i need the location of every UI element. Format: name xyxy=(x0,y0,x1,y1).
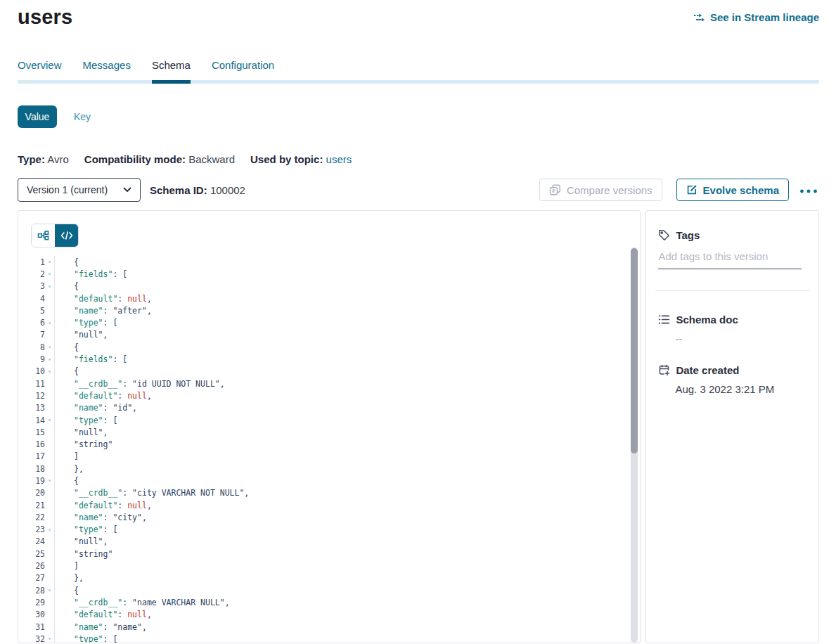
tab-messages[interactable]: Messages xyxy=(83,59,131,84)
line-number: 17 xyxy=(18,451,45,461)
stream-lineage-link[interactable]: See in Stream lineage xyxy=(693,11,819,23)
list-icon xyxy=(658,314,670,325)
line-number: 21 xyxy=(18,501,45,510)
code-text: { xyxy=(54,475,79,487)
code-line: 17 ] xyxy=(18,451,640,463)
schema-id-label: Schema ID: xyxy=(150,184,207,196)
value-tab-button[interactable]: Value xyxy=(18,105,57,128)
fold-toggle-icon[interactable]: ▾ xyxy=(45,259,54,265)
fold-toggle-icon[interactable]: ▾ xyxy=(45,636,54,642)
code-text: "name": "id", xyxy=(54,402,137,414)
schema-meta-row: Type: Avro Compatibility mode: Backward … xyxy=(18,153,819,165)
line-number: 6 xyxy=(18,318,45,328)
tab-schema[interactable]: Schema xyxy=(152,59,191,84)
fold-toggle-icon[interactable]: ▾ xyxy=(45,344,54,350)
code-text: { xyxy=(54,584,79,596)
add-tags-input[interactable] xyxy=(658,250,801,269)
line-number: 1 xyxy=(18,257,45,267)
line-number: 8 xyxy=(18,342,45,352)
code-text: { xyxy=(54,366,79,378)
line-number: 27 xyxy=(18,573,45,583)
code-text: { xyxy=(54,341,79,353)
schema-page: users See in Stream lineage OverviewMess… xyxy=(0,6,836,644)
fold-toggle-icon[interactable]: ▾ xyxy=(45,587,54,593)
more-actions-button[interactable] xyxy=(798,182,819,198)
code-text: "__crdb__": "name VARCHAR NULL", xyxy=(54,596,230,608)
code-line: 20 "__crdb__": "city VARCHAR NOT NULL", xyxy=(18,487,640,499)
code-text: "type": [ xyxy=(54,524,117,536)
evolve-schema-label: Evolve schema xyxy=(703,184,779,196)
code-text: { xyxy=(54,281,79,292)
schema-id-field: Schema ID: 100002 xyxy=(150,184,245,196)
code-line: 2▾ "fields": [ xyxy=(18,268,640,280)
compare-versions-button[interactable]: Compare versions xyxy=(539,179,662,201)
line-number: 11 xyxy=(18,379,45,389)
code-scrollbar-thumb[interactable] xyxy=(631,248,638,453)
line-number: 14 xyxy=(18,416,45,425)
code-line: 12 "default": null, xyxy=(18,389,640,401)
line-number: 19 xyxy=(18,476,45,486)
line-number: 3 xyxy=(18,281,45,291)
line-number: 30 xyxy=(18,610,45,619)
schema-doc-value: -- xyxy=(675,333,807,344)
type-value: Avro xyxy=(47,153,69,165)
line-number: 16 xyxy=(18,439,45,449)
version-actions: Compare versions Evolve schema xyxy=(539,179,819,201)
line-number: 7 xyxy=(18,330,45,340)
tags-title: Tags xyxy=(676,229,700,241)
version-select-value: Version 1 (current) xyxy=(27,184,108,195)
compatibility-field: Compatibility mode: Backward xyxy=(84,153,235,165)
code-line: 23▾ "type": [ xyxy=(18,524,640,536)
key-tab-button[interactable]: Key xyxy=(74,111,91,122)
page-title: users xyxy=(18,6,72,29)
line-number: 20 xyxy=(18,488,45,498)
type-label: Type: xyxy=(18,153,45,165)
code-line: 27 }, xyxy=(18,572,640,584)
code-line: 29 "__crdb__": "name VARCHAR NULL", xyxy=(18,596,640,608)
code-scrollbar[interactable] xyxy=(631,247,638,643)
code-text: "null", xyxy=(54,536,108,548)
code-line: 6▾ "type": [ xyxy=(18,316,640,328)
line-number: 26 xyxy=(18,561,45,571)
tab-configuration[interactable]: Configuration xyxy=(212,59,274,84)
code-line: 7 "null", xyxy=(18,329,640,341)
code-line: 26 ] xyxy=(18,560,640,572)
code-line: 4 "default": null, xyxy=(18,292,640,304)
code-line: 18 }, xyxy=(18,463,640,475)
line-number: 31 xyxy=(18,622,45,632)
schema-doc-section: Schema doc -- xyxy=(658,314,807,344)
code-text: "fields": [ xyxy=(54,268,127,280)
code-text: "default": null, xyxy=(54,609,152,621)
code-text: "__crdb__": "id UUID NOT NULL", xyxy=(54,378,225,389)
fold-toggle-icon[interactable]: ▾ xyxy=(45,477,54,484)
fold-toggle-icon[interactable]: ▾ xyxy=(45,368,54,375)
fold-toggle-icon[interactable]: ▾ xyxy=(45,356,54,363)
fold-toggle-icon[interactable]: ▾ xyxy=(45,320,54,326)
code-view-button[interactable] xyxy=(55,224,78,247)
fold-toggle-icon[interactable]: ▾ xyxy=(45,283,54,290)
code-line: 32▾ "type": [ xyxy=(18,633,640,643)
tag-icon xyxy=(658,229,670,241)
line-number: 12 xyxy=(18,391,45,401)
calendar-plus-icon xyxy=(658,364,670,376)
code-text: { xyxy=(54,256,79,268)
fold-toggle-icon[interactable]: ▾ xyxy=(45,271,54,277)
schema-doc-title: Schema doc xyxy=(676,314,738,326)
fold-toggle-icon[interactable]: ▾ xyxy=(45,417,54,423)
fold-toggle-icon[interactable]: ▾ xyxy=(45,527,54,533)
tree-view-button[interactable] xyxy=(32,224,55,247)
line-number: 9 xyxy=(18,354,45,364)
stream-lineage-label: See in Stream lineage xyxy=(710,11,819,23)
code-line: 9▾ "fields": [ xyxy=(18,353,640,365)
evolve-schema-button[interactable]: Evolve schema xyxy=(676,179,789,201)
version-select[interactable]: Version 1 (current) xyxy=(18,178,141,202)
code-text: "null", xyxy=(54,329,108,341)
code-text: ] xyxy=(54,451,79,463)
line-number: 29 xyxy=(18,598,45,607)
code-line: 21 "default": null, xyxy=(18,499,640,511)
topic-link[interactable]: users xyxy=(326,153,352,165)
tree-view-icon xyxy=(37,230,49,242)
type-field: Type: Avro xyxy=(18,153,69,165)
tab-overview[interactable]: Overview xyxy=(18,59,62,84)
code-text: "type": [ xyxy=(54,633,117,643)
